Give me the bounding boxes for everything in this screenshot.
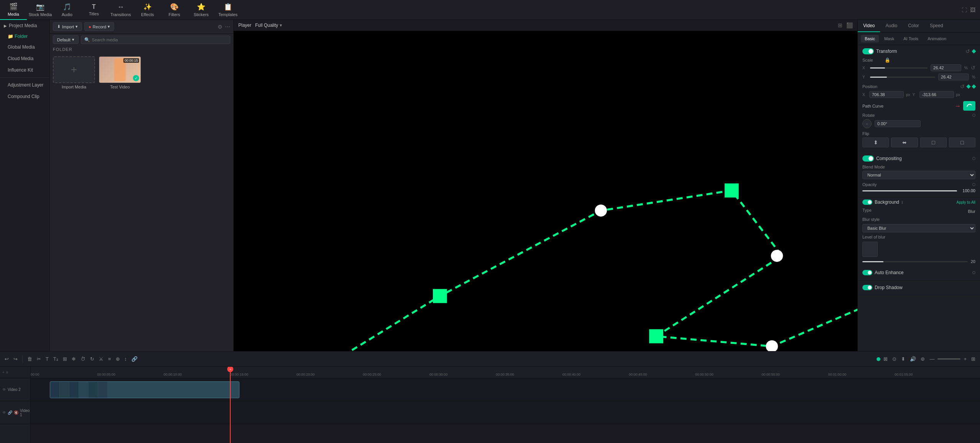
- import-button[interactable]: ⬇ Import ▾: [53, 22, 82, 31]
- nav-effects[interactable]: ✨ Effects: [134, 0, 161, 20]
- tl-freeze[interactable]: ❄: [70, 355, 77, 363]
- position-reset-icon[interactable]: ↺: [960, 83, 965, 90]
- tl-more2[interactable]: ⊕: [114, 355, 121, 363]
- record-button[interactable]: ● Record ▾: [84, 22, 114, 31]
- opacity-keyframe-icon[interactable]: [972, 183, 975, 186]
- tl-rotate[interactable]: ↻: [88, 355, 96, 363]
- track1-mute-icon[interactable]: 🔇: [14, 410, 18, 415]
- tab-speed[interactable]: Speed: [924, 20, 949, 32]
- tl-zoom-out[interactable]: —: [928, 355, 936, 363]
- tl-grid[interactable]: ⊞: [970, 355, 977, 363]
- compositing-toggle[interactable]: [862, 155, 874, 162]
- drop-shadow-toggle[interactable]: [862, 285, 872, 290]
- nav-templates[interactable]: 📋 Templates: [215, 0, 241, 20]
- flip-btn3[interactable]: □: [920, 137, 947, 147]
- scale-x-reset[interactable]: ↺: [971, 65, 975, 71]
- position-x-input[interactable]: [869, 91, 904, 98]
- rotate-keyframe-icon[interactable]: [972, 114, 975, 117]
- scale-lock-icon[interactable]: 🔒: [885, 57, 890, 63]
- quality-dropdown-icon[interactable]: ▾: [280, 23, 282, 28]
- settings-icon[interactable]: 🖼: [970, 7, 975, 13]
- position-keyframe2-icon[interactable]: [972, 84, 976, 88]
- transform-keyframe-icon[interactable]: [972, 49, 976, 53]
- default-dropdown[interactable]: Default ▾: [53, 35, 79, 44]
- tl-snap[interactable]: ⊠: [882, 355, 889, 363]
- nav-filters[interactable]: 🎨 Filters: [161, 0, 188, 20]
- tl-delete[interactable]: 🗑: [26, 355, 34, 363]
- sub-tab-mask[interactable]: Mask: [880, 35, 898, 43]
- tl-more4[interactable]: 🔗: [130, 355, 139, 363]
- preview-crop-icon[interactable]: ⬛: [846, 22, 853, 28]
- opacity-slider[interactable]: [862, 190, 957, 191]
- apply-to-all-button[interactable]: Apply to All: [957, 200, 975, 204]
- tab-audio[interactable]: Audio: [880, 20, 903, 32]
- background-toggle[interactable]: [862, 199, 872, 205]
- tl-split2[interactable]: ⬍: [900, 355, 907, 363]
- left-panel-influence-kit[interactable]: Influence Kit: [0, 64, 49, 76]
- nav-stock-media[interactable]: 📷 Stock Media: [27, 0, 54, 20]
- tl-zoom-in[interactable]: +: [962, 355, 968, 363]
- flip-btn4[interactable]: □: [949, 137, 975, 147]
- transform-toggle[interactable]: [862, 48, 874, 54]
- more-options-icon[interactable]: ⋯: [225, 24, 230, 30]
- sub-tab-animation[interactable]: Animation: [924, 35, 950, 43]
- left-panel-cloud-media[interactable]: Cloud Media: [0, 53, 49, 64]
- nav-titles[interactable]: T Titles: [80, 0, 107, 20]
- media-search[interactable]: 🔍: [81, 36, 230, 44]
- position-y-input[interactable]: [919, 91, 954, 98]
- left-panel-global-media[interactable]: Global Media: [0, 41, 49, 53]
- tl-crop[interactable]: ⊞: [61, 355, 69, 363]
- tl-speed[interactable]: ⏱: [79, 355, 87, 363]
- track1-link-icon[interactable]: 🔗: [8, 410, 12, 415]
- timeline-add-icon[interactable]: +: [2, 370, 5, 374]
- flip-horizontal-button[interactable]: ⬌: [891, 137, 918, 147]
- tab-video[interactable]: Video: [858, 20, 880, 32]
- nav-stickers[interactable]: ⭐ Stickers: [188, 0, 215, 20]
- tl-redo[interactable]: ↪: [12, 355, 19, 363]
- scale-x-slider[interactable]: [870, 67, 928, 69]
- blur-slider[interactable]: [862, 261, 968, 262]
- tl-zoom-slider[interactable]: [937, 358, 960, 360]
- blur-style-select[interactable]: Basic Blur: [862, 224, 975, 232]
- tl-text[interactable]: T: [44, 355, 50, 363]
- auto-enhance-keyframe[interactable]: [972, 271, 975, 274]
- flip-vertical-button[interactable]: ⬍: [862, 137, 889, 147]
- tab-color[interactable]: Color: [903, 20, 924, 32]
- tl-cut[interactable]: ✂: [35, 355, 43, 363]
- track1-eye-icon[interactable]: 👁: [2, 410, 6, 415]
- search-input[interactable]: [92, 38, 227, 42]
- test-video-item[interactable]: 00:00:15 ✓ Test Video: [99, 56, 141, 89]
- nav-media[interactable]: 🎬 Media: [0, 0, 27, 20]
- filter-icon[interactable]: ⚙: [218, 24, 223, 30]
- left-panel-folder[interactable]: 📁 Folder: [0, 31, 49, 41]
- left-panel-compound-clip[interactable]: Compound Clip: [0, 91, 49, 102]
- tl-undo[interactable]: ↩: [3, 355, 10, 363]
- blend-mode-select[interactable]: Normal Multiply Screen: [862, 171, 975, 179]
- tl-subtitle[interactable]: T₂: [52, 355, 60, 363]
- nav-transitions[interactable]: ↔ Transitions: [107, 0, 134, 20]
- scale-x-input[interactable]: [931, 64, 961, 71]
- nav-audio[interactable]: 🎵 Audio: [54, 0, 80, 20]
- tl-marker[interactable]: ⊚: [919, 355, 926, 363]
- import-media-item[interactable]: + Import Media: [53, 56, 95, 89]
- track-eye-icon[interactable]: 👁: [2, 387, 6, 392]
- timeline-list-icon[interactable]: ≡: [6, 370, 8, 374]
- path-curve-toggle[interactable]: [963, 101, 975, 111]
- auto-enhance-toggle[interactable]: [862, 270, 872, 275]
- rotate-input[interactable]: [875, 120, 921, 127]
- tl-more3[interactable]: ↕: [123, 355, 129, 363]
- scale-y-slider[interactable]: [870, 77, 935, 78]
- tl-split[interactable]: ⚔: [97, 355, 105, 363]
- fullscreen-icon[interactable]: ⛶: [962, 7, 967, 13]
- position-keyframe-icon[interactable]: [966, 84, 970, 88]
- tl-more1[interactable]: ≡: [107, 355, 113, 363]
- sub-tab-basic[interactable]: Basic: [861, 35, 879, 43]
- tl-magnet[interactable]: ⊙: [891, 355, 898, 363]
- left-panel-adjustment-layer[interactable]: Adjustment Layer: [0, 79, 49, 91]
- sub-tab-ai-tools[interactable]: AI Tools: [900, 35, 922, 43]
- transform-reset-icon[interactable]: ↺: [965, 48, 970, 54]
- tl-audio[interactable]: 🔊: [908, 355, 918, 363]
- video2-clip[interactable]: [50, 381, 240, 398]
- scale-y-input[interactable]: [938, 74, 969, 80]
- preview-grid-icon[interactable]: ⊞: [838, 22, 842, 28]
